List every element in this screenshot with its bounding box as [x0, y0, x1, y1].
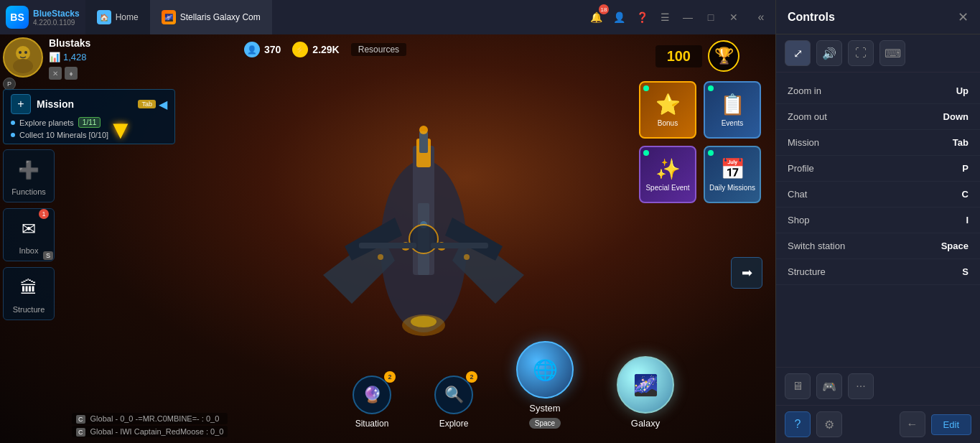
three-dots-button[interactable]: ··· [848, 373, 874, 399]
keyboard-icon-button[interactable]: ⌨ [879, 40, 905, 66]
chevron-left-icon[interactable]: « [752, 9, 770, 26]
maximize-button[interactable]: □ [701, 7, 721, 27]
inbox-key-badge: S [43, 251, 53, 260]
mission-title: Mission [37, 98, 132, 110]
bonus-dot [643, 85, 649, 91]
gear-icon-button[interactable]: ⚙ [816, 411, 842, 437]
chat-line-1: C Global - 0_0 -=MR.C0MBINE=- : 0_0 [72, 413, 228, 424]
controls-close-button[interactable]: ✕ [958, 9, 969, 25]
bonus-button[interactable]: ⭐ Bonus [639, 81, 696, 139]
control-shop: Shop I [776, 207, 980, 233]
system-icon: 🌐 [516, 341, 574, 398]
mission-add-button[interactable]: + [11, 94, 31, 114]
game-tab-label: Stellaris Galaxy Com [180, 12, 261, 22]
mission-item-2-text: Collect 10 Minerals [0/10] [19, 131, 108, 139]
control-profile: Profile P [776, 156, 980, 182]
profile-ctrl-label: Profile [788, 163, 962, 174]
events-button[interactable]: 📋 Events [704, 81, 761, 139]
system-button[interactable]: 🌐 System Space [516, 341, 574, 429]
game-tab-icon: 🌌 [162, 10, 176, 24]
structure-ctrl-key: S [962, 266, 969, 277]
inbox-button-wrap: ✉ 1 Inbox S [3, 208, 55, 261]
explore-button[interactable]: 🔍 2 Explore [434, 376, 473, 429]
special-event-button[interactable]: ✨ Special Event [639, 146, 696, 203]
svg-point-2 [13, 59, 33, 73]
mission-collapse-button[interactable]: ◀ [159, 98, 167, 111]
profile-button[interactable]: 👤 [609, 7, 629, 27]
control-mission: Mission Tab [776, 130, 980, 156]
system-label: System [529, 403, 560, 414]
tab-game[interactable]: 🌌 Stellaris Galaxy Com [150, 0, 272, 34]
spaceship-area [144, 106, 704, 371]
bottom-panel: 🔮 2 Situation 🔍 2 Explore 🌐 System [251, 341, 775, 429]
controls-panel: Controls ✕ ⤢ 🔊 ⛶ ⌨ Zoom in Up Zoom out D… [775, 0, 980, 443]
daily-label: Daily Missions [709, 184, 755, 192]
player-area: P Blustaks 📊 1,428 ✕ ♦ [3, 37, 90, 80]
functions-button[interactable]: ➕ Functions [3, 149, 55, 202]
galaxy-button[interactable]: 🌌 Galaxy [617, 356, 674, 429]
controls-toolbar: ⤢ 🔊 ⛶ ⌨ [776, 34, 980, 73]
bonus-icon: ⭐ [655, 93, 681, 116]
controls-bottom-row-2: ? ⚙ ← Edit [776, 405, 980, 443]
controls-bottom-area: 🖥 🎮 ··· ? ⚙ ← Edit [776, 367, 980, 443]
titlebar: BS BlueStacks 4.220.0.1109 🏠 Home 🌌 Stel… [0, 0, 775, 34]
gold-resource: 100 🏆 [655, 40, 739, 72]
sidebar-buttons: ➕ Functions ✉ 1 Inbox S [3, 149, 55, 320]
functions-label: Functions [11, 187, 46, 196]
spaceship-svg [287, 103, 560, 376]
special-icon: ✨ [655, 157, 681, 181]
explore-badge: 2 [466, 371, 477, 383]
player-action-2[interactable]: ♦ [65, 67, 78, 80]
controls-list: Zoom in Up Zoom out Down Mission Tab Pro… [776, 73, 980, 367]
svg-point-3 [19, 51, 22, 54]
situation-button[interactable]: 🔮 2 Situation [353, 376, 391, 429]
functions-button-wrap: ➕ Functions [3, 149, 55, 202]
edit-button[interactable]: Edit [931, 414, 971, 435]
daily-icon: 📅 [720, 157, 745, 181]
score-icon: 📊 [49, 52, 60, 62]
chat-ctrl-label: Chat [788, 189, 962, 200]
question-mark-button[interactable]: ? [785, 411, 811, 437]
svg-rect-21 [359, 243, 416, 248]
zoom-in-key: Up [956, 85, 969, 96]
inbox-label: Inbox [19, 246, 39, 255]
notification-badge: 18 [599, 4, 609, 14]
tab-home[interactable]: 🏠 Home [85, 0, 150, 34]
explore-label: Explore [439, 419, 469, 429]
svg-point-13 [411, 316, 437, 327]
mission-item-1: Explore planets 1/11 [11, 117, 167, 128]
population-resource: 👤 370 [244, 42, 281, 57]
menu-button[interactable]: ☰ [655, 7, 675, 27]
structure-button-wrap: 🏛 Structure [3, 267, 55, 320]
population-icon: 👤 [244, 42, 260, 57]
energy-resource: ⚡ 2.29K [292, 42, 339, 57]
control-zoom-out: Zoom out Down [776, 104, 980, 130]
zoom-in-label: Zoom in [788, 85, 956, 96]
display-icon-button[interactable]: 🖥 [785, 373, 811, 399]
expand-icon-button[interactable]: ⤢ [785, 40, 811, 66]
inbox-icon: ✉ 1 [14, 215, 43, 243]
volume-icon-button[interactable]: 🔊 [816, 40, 842, 66]
shop-ctrl-label: Shop [788, 215, 966, 225]
svg-point-23 [378, 254, 383, 260]
bluestacks-logo: BS BlueStacks 4.220.0.1109 [0, 6, 85, 29]
special-dot [643, 150, 649, 156]
control-chat: Chat C [776, 182, 980, 207]
player-action-1[interactable]: ✕ [49, 67, 62, 80]
close-button[interactable]: ✕ [724, 7, 744, 27]
mission-header: + Mission Tab ◀ [11, 94, 167, 114]
fullscreen-icon-button[interactable]: ⛶ [848, 40, 874, 66]
minimize-button[interactable]: — [678, 7, 698, 27]
events-label: Events [722, 119, 744, 128]
gamepad-icon-button[interactable]: 🎮 [816, 373, 842, 399]
system-key-badge: Space [529, 418, 561, 429]
daily-missions-button[interactable]: 📅 Daily Missions [704, 146, 761, 203]
structure-button[interactable]: 🏛 Structure [3, 267, 55, 320]
gold-action-button[interactable]: 🏆 [708, 40, 739, 72]
help-button[interactable]: ❓ [632, 7, 652, 27]
notification-button[interactable]: 🔔 18 [586, 7, 606, 27]
chat-badge-1: C [76, 415, 85, 424]
back-icon-button[interactable]: ← [900, 411, 925, 437]
svg-point-4 [24, 51, 27, 54]
arrow-button[interactable]: ➡ [731, 257, 762, 289]
